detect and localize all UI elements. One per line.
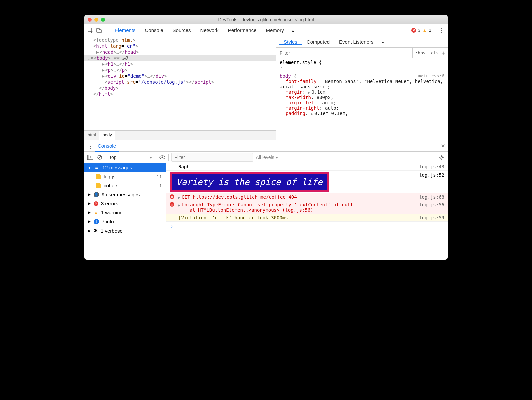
tab-styles[interactable]: Styles: [279, 39, 302, 45]
sidebar-toggle-icon[interactable]: [87, 154, 94, 161]
hov-button[interactable]: :hov: [415, 50, 426, 55]
error-icon: ✕: [170, 194, 174, 199]
tab-elements[interactable]: Elements: [110, 24, 140, 36]
titlebar: DevTools - devtools.glitch.me/console/lo…: [84, 15, 448, 24]
debug-icon: ✱: [94, 228, 98, 234]
log-row-error[interactable]: ✕ ▶Uncaught TypeError: Cannot set proper…: [166, 201, 448, 214]
log-row[interactable]: Raph log.js:43: [166, 163, 448, 171]
warning-icon: ▲: [94, 210, 98, 215]
device-toolbar-icon[interactable]: [96, 27, 102, 34]
log-row-violation[interactable]: [Violation] 'click' handler took 3000ms …: [166, 214, 448, 222]
breadcrumb[interactable]: html body: [84, 130, 276, 140]
more-tabs-icon[interactable]: »: [289, 24, 298, 36]
live-expression-icon[interactable]: [159, 154, 166, 161]
cls-button[interactable]: .cls: [428, 50, 439, 55]
settings-menu-icon[interactable]: ⋮: [438, 27, 445, 34]
svg-rect-2: [99, 30, 101, 33]
crumb-body[interactable]: body: [99, 131, 115, 140]
dom-tree[interactable]: <!doctype html> <html lang="en"> ▶<head>…: [84, 36, 276, 130]
svg-point-8: [162, 156, 163, 158]
log-source-link[interactable]: log.js:68: [419, 194, 444, 200]
log-source-link[interactable]: log.js:59: [419, 215, 444, 220]
body-rule[interactable]: main.css:6 body { font-family: "Benton S…: [280, 73, 444, 116]
log-source-link[interactable]: log.js:52: [419, 172, 444, 192]
warning-count: 1: [429, 28, 431, 33]
sidebar-item-verbose[interactable]: ▶ ✱ 1 verbose: [84, 226, 166, 235]
warning-icon[interactable]: ▲: [422, 28, 427, 33]
svg-line-6: [98, 156, 101, 159]
sidebar-item-coffee[interactable]: coffee 1: [84, 181, 166, 190]
main-toolbar: Elements Console Sources Network Perform…: [84, 24, 448, 36]
drawer-menu-icon[interactable]: ⋮: [87, 142, 94, 150]
sidebar-item-logjs[interactable]: log.js 11: [84, 172, 166, 181]
window-maximize-button[interactable]: [101, 18, 105, 22]
window-close-button[interactable]: [88, 18, 92, 22]
tab-computed[interactable]: Computed: [302, 39, 334, 45]
user-icon: 👤: [94, 192, 99, 197]
file-icon: [96, 174, 101, 179]
log-source-link[interactable]: log.js:43: [419, 164, 444, 169]
styles-more-tabs-icon[interactable]: »: [378, 39, 387, 45]
styles-panel: Styles Computed Event Listeners » :hov .…: [276, 36, 448, 140]
log-levels-selector[interactable]: All levels ▾: [256, 155, 278, 160]
tab-sources[interactable]: Sources: [168, 24, 196, 36]
tab-eventlisteners[interactable]: Event Listeners: [334, 39, 378, 45]
crumb-html[interactable]: html: [84, 131, 99, 140]
styled-log-message: Variety is the spice of life: [170, 172, 329, 192]
sidebar-item-all-messages[interactable]: ▼ ≡ 12 messages: [84, 163, 166, 172]
tab-console[interactable]: Console: [140, 24, 168, 36]
log-row-error[interactable]: ✕ ▶GET https://devtools.glitch.me/coffee…: [166, 193, 448, 201]
styles-rules[interactable]: element.style { } main.css:6 body { font…: [276, 58, 448, 140]
console-settings-icon[interactable]: [438, 154, 445, 161]
console-prompt[interactable]: ›: [166, 222, 448, 231]
svg-point-9: [441, 156, 443, 158]
svg-rect-4: [87, 155, 89, 160]
drawer-close-button[interactable]: ×: [441, 142, 445, 150]
error-icon: ✕: [170, 202, 174, 207]
console-log-area[interactable]: Raph log.js:43 Variety is the spice of l…: [166, 163, 448, 260]
tab-memory[interactable]: Memory: [261, 24, 289, 36]
element-style-rule[interactable]: element.style { }: [280, 60, 444, 70]
css-source-link[interactable]: main.css:6: [418, 73, 444, 78]
elements-panel: <!doctype html> <html lang="en"> ▶<head>…: [84, 36, 276, 140]
window-title: DevTools - devtools.glitch.me/console/lo…: [84, 17, 448, 22]
info-icon: i: [94, 219, 99, 224]
console-toolbar: top▾ All levels ▾: [84, 152, 448, 163]
dom-selected-body[interactable]: …▼<body> == $0: [84, 55, 276, 61]
tab-performance[interactable]: Performance: [223, 24, 261, 36]
clear-console-icon[interactable]: [96, 154, 103, 161]
sidebar-item-warnings[interactable]: ▶ ▲ 1 warning: [84, 208, 166, 217]
sidebar-item-errors[interactable]: ▶ ✕ 3 errors: [84, 199, 166, 208]
console-filter-input[interactable]: [171, 153, 253, 162]
drawer-tab-console[interactable]: Console: [95, 140, 119, 151]
error-icon[interactable]: ✕: [411, 28, 416, 33]
tab-network[interactable]: Network: [196, 24, 223, 36]
sidebar-item-user-messages[interactable]: ▶ 👤 9 user messages: [84, 190, 166, 199]
console-drawer: ⋮ Console × top▾ All levels ▾: [84, 140, 448, 260]
styles-filter-input[interactable]: [276, 48, 412, 58]
sidebar-item-info[interactable]: ▶ i 7 info: [84, 217, 166, 226]
add-rule-button[interactable]: +: [441, 49, 445, 56]
log-source-link[interactable]: log.js:56: [419, 202, 444, 207]
devtools-window: DevTools - devtools.glitch.me/console/lo…: [84, 15, 448, 260]
inspect-element-icon[interactable]: [87, 27, 94, 34]
context-selector[interactable]: top▾: [109, 155, 153, 160]
log-row[interactable]: Variety is the spice of life log.js:52: [166, 171, 448, 193]
window-minimize-button[interactable]: [94, 18, 98, 22]
error-icon: ✕: [94, 201, 98, 206]
file-icon: [96, 183, 101, 188]
console-sidebar[interactable]: ▼ ≡ 12 messages log.js 11 coffee 1 ▶ 👤: [84, 163, 166, 260]
error-count: 3: [418, 28, 420, 33]
